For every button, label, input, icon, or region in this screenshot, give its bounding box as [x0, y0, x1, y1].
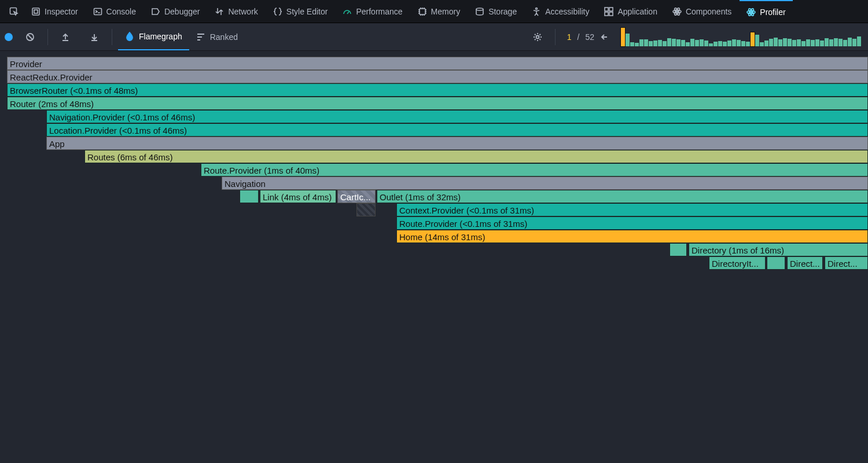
commit-bar[interactable] [760, 42, 764, 46]
tab-memory[interactable]: Memory [411, 0, 468, 23]
flame-node-carticon[interactable]: CartIc... [337, 190, 376, 203]
commit-bar[interactable] [792, 40, 796, 46]
commit-bar[interactable] [681, 40, 685, 46]
commit-bar[interactable] [709, 43, 713, 46]
commit-bar[interactable] [825, 38, 829, 46]
commit-bar[interactable] [686, 42, 690, 46]
commit-bar[interactable] [815, 39, 819, 46]
commit-bar[interactable] [848, 38, 852, 46]
commit-bar[interactable] [700, 39, 704, 46]
commit-bar[interactable] [663, 41, 667, 46]
tab-application[interactable]: Application [597, 0, 664, 23]
tab-performance[interactable]: Performance [336, 0, 409, 23]
flame-node-small[interactable] [240, 190, 259, 203]
flame-node-link[interactable]: Link (4ms of 4ms) [260, 190, 336, 203]
tab-console[interactable]: Console [86, 0, 143, 23]
flame-node-routes[interactable]: Routes (6ms of 46ms) [84, 150, 868, 163]
commit-bar[interactable] [644, 39, 648, 46]
commit-bar[interactable] [621, 28, 625, 46]
upload-button[interactable] [54, 23, 77, 50]
commit-bar[interactable] [746, 42, 750, 46]
commit-bar[interactable] [626, 34, 630, 46]
flame-node-browserrouter[interactable]: BrowserRouter (<0.1ms of 48ms) [7, 83, 868, 97]
commit-bar[interactable] [667, 38, 671, 46]
flame-node-navigation[interactable]: Navigation [222, 177, 868, 190]
commit-bar[interactable] [704, 41, 708, 46]
flame-node-locprovider[interactable]: Location.Provider (<0.1ms of 46ms) [46, 123, 868, 137]
commit-bar[interactable] [769, 39, 773, 46]
commit-bar[interactable] [635, 43, 639, 46]
commit-bar[interactable] [653, 41, 657, 46]
flame-node-provider[interactable]: Provider [7, 57, 868, 70]
settings-button[interactable] [526, 23, 549, 50]
commit-bar[interactable] [788, 39, 792, 46]
flame-node-hatched[interactable] [356, 203, 376, 216]
commit-bar[interactable] [751, 32, 755, 46]
commit-bar[interactable] [811, 40, 815, 46]
pick-element-button[interactable] [5, 0, 23, 23]
tab-debugger[interactable]: Debugger [144, 0, 207, 23]
tab-accessibility[interactable]: Accessibility [525, 0, 596, 23]
commit-bar[interactable] [695, 40, 699, 46]
commit-bar[interactable] [774, 38, 778, 46]
record-button[interactable] [5, 33, 13, 41]
prev-commit-button[interactable] [600, 32, 609, 42]
commit-bar[interactable] [727, 41, 731, 46]
flamegraph-tab[interactable]: Flamegraph [118, 23, 189, 50]
tab-storage[interactable]: Storage [468, 0, 524, 23]
commit-bar[interactable] [801, 41, 806, 46]
commit-bar[interactable] [838, 39, 843, 46]
commit-bar[interactable] [764, 41, 768, 46]
commit-bar[interactable] [732, 39, 736, 46]
flame-node-outlet[interactable]: Outlet (1ms of 32ms) [377, 190, 868, 203]
tab-style-editor[interactable]: Style Editor [266, 0, 335, 23]
flame-node-contextprovider[interactable]: Context.Provider (<0.1ms of 31ms) [396, 203, 868, 216]
commit-bar[interactable] [672, 39, 676, 46]
commit-chart[interactable] [615, 28, 863, 46]
commit-bar[interactable] [630, 42, 634, 46]
flame-node-routeprovider2[interactable]: Route.Provider (<0.1ms of 31ms) [396, 216, 868, 230]
commit-bar[interactable] [783, 38, 787, 46]
tab-profiler[interactable]: Profiler [740, 0, 792, 23]
download-button[interactable] [83, 23, 106, 50]
tab-components[interactable]: Components [665, 0, 738, 23]
reload-button[interactable] [19, 23, 42, 50]
commit-bar[interactable] [718, 41, 722, 46]
commit-bar[interactable] [843, 40, 847, 46]
flame-node-diritem[interactable]: DirectoryIt... [709, 256, 766, 270]
commit-bar[interactable] [778, 39, 782, 46]
flame-node-diritem[interactable]: Direct... [787, 256, 823, 270]
commit-bar[interactable] [857, 36, 861, 46]
flame-node-home[interactable]: Home (14ms of 31ms) [396, 230, 868, 243]
commit-bar[interactable] [852, 39, 856, 46]
flame-node-directory[interactable]: Directory (1ms of 16ms) [689, 243, 868, 256]
tab-label: Debugger [164, 7, 200, 16]
commit-bar[interactable] [806, 39, 810, 46]
flame-node-app[interactable]: App [46, 137, 868, 150]
commit-bar[interactable] [741, 41, 745, 46]
commit-bar[interactable] [820, 41, 824, 46]
commit-bar[interactable] [755, 35, 759, 46]
accessibility-icon [532, 7, 541, 16]
commit-bar[interactable] [713, 42, 718, 46]
ranked-tab[interactable]: Ranked [189, 23, 245, 50]
commit-bar[interactable] [829, 39, 833, 46]
commit-bar[interactable] [737, 40, 741, 46]
commit-bar[interactable] [649, 41, 653, 46]
commit-bar[interactable] [834, 38, 838, 46]
commit-bar[interactable] [639, 39, 643, 46]
flame-node-navprovider[interactable]: Navigation.Provider (<0.1ms of 46ms) [46, 110, 868, 123]
flame-node-routeprovider1[interactable]: Route.Provider (1ms of 40ms) [201, 163, 868, 177]
commit-bar[interactable] [676, 39, 681, 46]
flame-node-small2[interactable] [670, 243, 687, 256]
commit-bar[interactable] [797, 39, 801, 46]
commit-bar[interactable] [723, 42, 727, 46]
commit-bar[interactable] [690, 39, 694, 46]
flame-node-diritem[interactable]: Direct... [825, 256, 868, 270]
flame-node-router[interactable]: Router (2ms of 48ms) [7, 97, 868, 110]
commit-bar[interactable] [658, 40, 662, 46]
flame-node-small3[interactable] [767, 256, 785, 270]
tab-inspector[interactable]: Inspector [24, 0, 85, 23]
flame-node-reactredux[interactable]: ReactRedux.Provider [7, 70, 868, 83]
tab-network[interactable]: Network [208, 0, 264, 23]
